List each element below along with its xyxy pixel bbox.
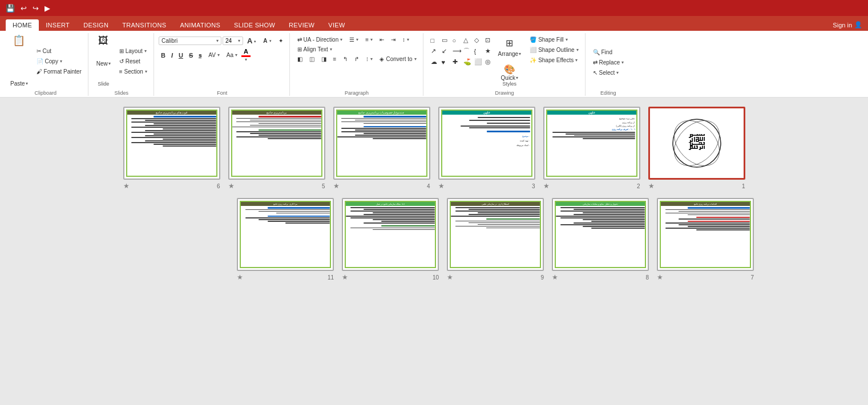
line-spacing-button[interactable]: ↕ ▾ bbox=[399, 35, 412, 44]
rect-shape[interactable]: □ bbox=[428, 35, 438, 45]
save-button[interactable]: 💾 bbox=[5, 3, 16, 14]
cross-shape[interactable]: ✚ bbox=[450, 57, 460, 67]
rect-rounded-shape[interactable]: ▭ bbox=[439, 35, 449, 45]
clear-formatting-button[interactable]: ✦ bbox=[276, 37, 286, 45]
align-center-button[interactable]: ◫ bbox=[306, 55, 317, 63]
circle-shape[interactable]: ○ bbox=[450, 35, 460, 45]
section-button[interactable]: ≡ Section ▾ bbox=[116, 67, 150, 76]
tab-home[interactable]: HOME bbox=[6, 19, 39, 31]
bold-button[interactable]: B bbox=[159, 51, 168, 59]
ltr-button[interactable]: ↱ bbox=[352, 55, 362, 63]
shape-outline-button[interactable]: ⬜ Shape Outline ▾ bbox=[527, 46, 581, 54]
bracket-shape[interactable]: { bbox=[471, 46, 482, 56]
numbering-button[interactable]: ≡ ▾ bbox=[362, 35, 376, 44]
arrow-shape[interactable]: ↗ bbox=[428, 46, 438, 56]
redo-button[interactable]: ↪ bbox=[31, 3, 40, 14]
align-text-button[interactable]: ⊞ Align Text ▾ bbox=[294, 45, 335, 54]
slide-9[interactable]: اصطلاح اری در سازمانی علمی bbox=[447, 198, 544, 271]
slide-1[interactable]: ﷽ bbox=[648, 107, 745, 180]
slide-2[interactable]: عاوین مقرر پرید موضوع از برنامه ریزی از … bbox=[543, 107, 640, 180]
tab-review[interactable]: REVIEW bbox=[282, 19, 321, 31]
font-size-dropdown[interactable]: 24 ▾ bbox=[223, 37, 243, 45]
slide-10[interactable]: ۸-۸ مقاله سازمانی جامع در عمل bbox=[342, 198, 439, 271]
font-name-dropdown[interactable]: Calibri ▾ bbox=[159, 37, 221, 45]
slide-7-num-label: 7 bbox=[750, 274, 754, 281]
sign-in-label: Sign in bbox=[833, 22, 852, 29]
arrow3-shape[interactable]: ⟶ bbox=[450, 46, 460, 56]
undo-button[interactable]: ↩ bbox=[19, 3, 28, 14]
cloud-shape[interactable]: ☁ bbox=[428, 57, 438, 67]
cut-button[interactable]: ✂ Cut bbox=[34, 47, 84, 55]
slide-2-num-label: 2 bbox=[637, 183, 640, 189]
parallelogram-shape[interactable]: ◇ bbox=[471, 35, 482, 45]
format-painter-button[interactable]: 🖌 Format Painter bbox=[34, 67, 84, 76]
align-right-button[interactable]: ◨ bbox=[318, 55, 329, 63]
tab-design[interactable]: DESIGN bbox=[76, 19, 115, 31]
change-case-button[interactable]: Aa ▾ bbox=[224, 51, 240, 59]
shape-effects-button[interactable]: ✨ Shape Effects ▾ bbox=[527, 56, 581, 64]
flow1-shape[interactable]: ⬜ bbox=[471, 57, 482, 67]
new-slide-button[interactable]: 🖼 New ▾ Slide bbox=[93, 33, 114, 89]
paste-button[interactable]: 📋 Paste ▾ bbox=[7, 33, 31, 89]
slide-4[interactable]: چندنوع از خصوصیات برنامه‌ریزی جامع bbox=[333, 107, 430, 180]
slide-7[interactable]: اقدامات برنامه ریزی جامع bbox=[657, 198, 754, 271]
align-left-button[interactable]: ◧ bbox=[294, 55, 305, 63]
font-color-button[interactable]: A ▾ bbox=[241, 48, 251, 62]
font-grow-icon: A bbox=[247, 37, 252, 45]
slide-panel[interactable]: قوت‌های برنامه‌ریزی جامع bbox=[0, 98, 868, 405]
tab-insert[interactable]: INSERT bbox=[39, 19, 76, 31]
layout-button[interactable]: ⊞ Layout ▾ bbox=[116, 47, 150, 55]
banner-shape[interactable]: ⛳ bbox=[461, 57, 471, 67]
convert-smartart-button[interactable]: ◈ Convert to ▾ bbox=[377, 55, 419, 63]
decrease-indent-button[interactable]: ⇤ bbox=[377, 35, 387, 44]
tab-view[interactable]: VIEW bbox=[321, 19, 352, 31]
star-shape[interactable]: ★ bbox=[482, 46, 492, 56]
new-slide-dropdown-icon: ▾ bbox=[108, 61, 111, 66]
flow2-shape[interactable]: ◎ bbox=[482, 57, 492, 67]
text-shadow-button[interactable]: s̲ bbox=[196, 51, 204, 59]
tab-transitions[interactable]: TRANSITIONS bbox=[115, 19, 173, 31]
find-button[interactable]: 🔍 Find bbox=[590, 48, 627, 56]
arrow2-shape[interactable]: ↙ bbox=[439, 46, 449, 56]
slide-sub-label: Slide bbox=[98, 81, 109, 87]
slide-11[interactable]: مرا کاری برنامه ریزی جامع bbox=[237, 198, 334, 271]
font-color-arrow: ▾ bbox=[245, 57, 247, 62]
tab-slideshow[interactable]: SLIDE SHOW bbox=[227, 19, 282, 31]
shape-fill-button[interactable]: 🪣 Shape Fill ▾ bbox=[527, 35, 581, 44]
shape-more[interactable]: ⊡ bbox=[482, 35, 492, 45]
sign-in-area[interactable]: Sign in 👤 bbox=[833, 21, 862, 31]
heart-shape[interactable]: ♥ bbox=[439, 57, 449, 67]
justify-button[interactable]: ≡ bbox=[330, 55, 340, 63]
replace-button[interactable]: ⇄ Replace ▾ bbox=[590, 58, 627, 67]
ribbon-tabs: HOME INSERT DESIGN TRANSITIONS ANIMATION… bbox=[0, 16, 868, 31]
rtl-button[interactable]: ↰ bbox=[340, 55, 350, 63]
styles-sublabel: Styles bbox=[503, 81, 517, 87]
triangle-shape[interactable]: △ bbox=[461, 35, 471, 45]
columns-button[interactable]: ⫶ ▾ bbox=[363, 55, 376, 63]
text-direction-button[interactable]: ⇄ UA - Direction ▾ bbox=[294, 35, 346, 44]
copy-button[interactable]: 📄 Copy ▾ bbox=[34, 57, 84, 66]
increase-indent-button[interactable]: ⇥ bbox=[388, 35, 398, 44]
font-shrink-button[interactable]: A ▾ bbox=[260, 37, 274, 45]
cut-label: Cut bbox=[43, 48, 52, 54]
paste-icon: 📋 bbox=[13, 35, 25, 46]
slide-8[interactable]: تحویل و تحلیل منابع و مقامات سازمانی bbox=[552, 198, 649, 271]
strikethrough-button[interactable]: S bbox=[187, 51, 195, 59]
start-presentation-button[interactable]: ▶ bbox=[43, 3, 51, 14]
find-label: Find bbox=[601, 49, 612, 55]
underline-button[interactable]: U bbox=[176, 51, 185, 59]
font-grow-button[interactable]: A ▴ bbox=[244, 35, 259, 46]
reset-button[interactable]: ↺ Reset bbox=[116, 57, 150, 66]
character-spacing-button[interactable]: AV ▾ bbox=[205, 51, 223, 59]
arrange-button[interactable]: ⊞ Arrange ▾ bbox=[495, 35, 525, 59]
curve-shape[interactable]: ⌒ bbox=[461, 46, 471, 56]
bullets-button[interactable]: ☰ ▾ bbox=[346, 35, 361, 44]
tab-animations[interactable]: ANIMATIONS bbox=[173, 19, 227, 31]
slide-6[interactable]: قوت‌های برنامه‌ریزی جامع bbox=[123, 107, 220, 180]
slide-5[interactable]: برنامه‌ریزی جامع bbox=[228, 107, 325, 180]
quick-styles-button[interactable]: 🎨 Quick ▾ Styles bbox=[495, 62, 525, 89]
slide-3[interactable]: عاوین : موضوع : تهیه کننده : استاد bbox=[438, 107, 535, 180]
shape-outline-arrow: ▾ bbox=[576, 47, 579, 52]
select-button[interactable]: ↖ Select ▾ bbox=[590, 68, 627, 77]
italic-button[interactable]: I bbox=[169, 51, 175, 59]
